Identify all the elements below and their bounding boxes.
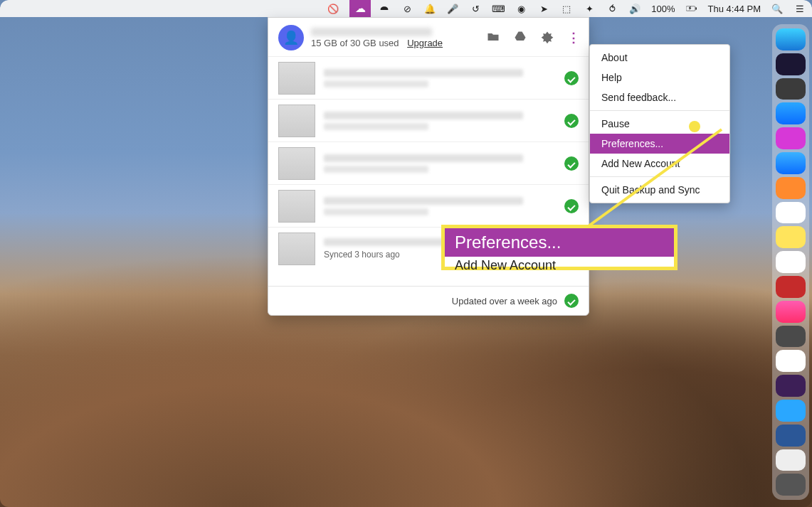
callout-preferences-label: Preferences...	[445, 228, 674, 257]
file-meta-blurred	[324, 80, 428, 87]
storage-usage-text: 15 GB of 30 GB used Upgrade	[311, 38, 443, 48]
file-name-blurred	[324, 112, 523, 119]
dock-app-notes[interactable]	[776, 226, 806, 248]
callout-add-account-label: Add New Account	[445, 257, 674, 274]
file-name-blurred	[324, 69, 523, 77]
dock-app-textedit[interactable]	[776, 449, 806, 471]
dock-app-messages[interactable]	[776, 400, 806, 422]
menu-item-send-feedback[interactable]: Send feedback...	[590, 87, 729, 107]
dock	[772, 24, 809, 500]
dock-app-news[interactable]	[776, 276, 806, 298]
synced-check-icon	[564, 114, 579, 128]
synced-check-icon	[564, 199, 579, 213]
dock-app-settings[interactable]	[776, 326, 806, 348]
dock-app-chrome[interactable]	[776, 202, 806, 224]
dock-app-safari[interactable]	[776, 152, 806, 174]
dock-app-music[interactable]	[776, 301, 806, 323]
file-item[interactable]	[268, 184, 589, 227]
menu-bar: 🚫 ☁ ⊘ 🔔 🎤 ↺ ⌨ ◉ ➤ ⬚ ✦ ⥀ 🔊 100% Thu 4:44 …	[0, 0, 812, 17]
file-item[interactable]	[268, 99, 589, 142]
settings-context-menu: AboutHelpSend feedback...PausePreference…	[589, 44, 730, 203]
notification-center-icon[interactable]: ☰	[793, 2, 806, 15]
folder-icon[interactable]	[486, 30, 500, 44]
dock-app-unknown-pink[interactable]	[776, 127, 806, 149]
avatar[interactable]: 👤	[278, 25, 304, 50]
keyboard-icon[interactable]: ⌨	[492, 2, 505, 15]
dock-app-finder[interactable]	[776, 28, 806, 50]
microphone-icon[interactable]: 🎤	[446, 2, 459, 15]
dock-app-trash[interactable]	[776, 474, 806, 496]
more-menu-button[interactable]: ⋮	[567, 30, 579, 46]
file-name-blurred	[324, 197, 523, 205]
panel-footer: Updated over a week ago	[268, 286, 589, 315]
synced-check-icon	[564, 294, 579, 308]
file-thumbnail	[278, 233, 315, 265]
diamond-icon[interactable]: ✦	[583, 2, 596, 15]
synced-check-icon	[564, 156, 579, 171]
file-item[interactable]	[268, 56, 589, 99]
sync-icon[interactable]: ⥀	[606, 2, 618, 15]
battery-icon[interactable]	[685, 2, 698, 15]
dock-app-word[interactable]	[776, 425, 806, 447]
upgrade-link[interactable]: Upgrade	[407, 38, 443, 48]
menu-separator	[590, 176, 729, 177]
file-thumbnail	[278, 190, 315, 223]
dock-app-appstore[interactable]	[776, 102, 806, 124]
photos-icon[interactable]	[540, 30, 554, 44]
menu-item-help[interactable]: Help	[590, 68, 729, 87]
menu-separator	[590, 110, 729, 111]
file-name-blurred	[324, 154, 523, 162]
file-sync-status: Synced 3 hours ago	[324, 250, 428, 260]
file-thumbnail	[278, 62, 315, 95]
menu-item-add-new-account[interactable]: Add New Account	[590, 154, 729, 174]
file-thumbnail	[278, 147, 315, 180]
menu-item-quit-backup-and-sync[interactable]: Quit Backup and Sync	[590, 180, 729, 200]
dock-app-photos[interactable]	[776, 350, 806, 372]
backup-and-sync-menubar-icon[interactable]: ☁	[349, 0, 371, 17]
hat-icon[interactable]	[378, 2, 391, 15]
file-meta-blurred	[324, 123, 428, 130]
menu-item-about[interactable]: About	[590, 48, 729, 68]
bell-icon[interactable]: 🔔	[423, 2, 436, 15]
menu-item-pause[interactable]: Pause	[590, 114, 729, 134]
siri-icon[interactable]: ◉	[515, 2, 527, 15]
callout-anchor-dot	[689, 121, 700, 132]
callout-highlight-box: Preferences... Add New Account	[441, 225, 677, 270]
panel-header: 👤 15 GB of 30 GB used Upgrade ⋮	[268, 18, 589, 56]
circle-slash-icon[interactable]: ⊘	[401, 2, 413, 15]
battery-text[interactable]: 100%	[651, 4, 675, 14]
dock-app-launchpad[interactable]	[776, 78, 806, 100]
footer-status-text: Updated over a week ago	[452, 296, 557, 306]
file-meta-blurred	[324, 208, 428, 215]
volume-icon[interactable]: 🔊	[628, 2, 641, 15]
file-meta-blurred	[324, 166, 428, 173]
account-name-blurred	[311, 28, 432, 36]
synced-check-icon	[564, 71, 579, 85]
dock-app-slack[interactable]	[776, 375, 806, 397]
do-not-disturb-icon[interactable]: 🚫	[327, 2, 339, 15]
spotlight-icon[interactable]: 🔍	[771, 2, 784, 15]
location-icon[interactable]: ➤	[537, 2, 550, 15]
svg-rect-1	[695, 7, 697, 9]
dropbox-icon[interactable]: ⬚	[560, 2, 573, 15]
file-item[interactable]	[268, 142, 589, 184]
drive-icon[interactable]	[513, 30, 527, 44]
dock-app-firefox[interactable]	[776, 177, 806, 199]
file-thumbnail	[278, 105, 315, 137]
dock-app-siri[interactable]	[776, 53, 806, 75]
timemachine-icon[interactable]: ↺	[469, 2, 482, 15]
dock-app-maps[interactable]	[776, 251, 806, 273]
clock-text[interactable]: Thu 4:44 PM	[708, 4, 761, 14]
